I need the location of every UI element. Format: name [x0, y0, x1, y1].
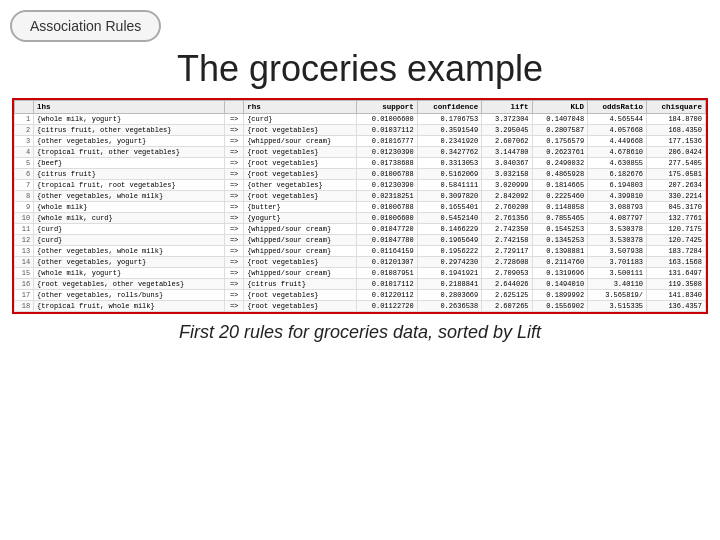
table-cell: 0.2974230 — [417, 257, 481, 268]
table-cell: => — [225, 301, 244, 312]
table-cell: 0.01122720 — [356, 301, 417, 312]
table-cell: => — [225, 147, 244, 158]
col-chisquare: chisquare — [647, 101, 706, 114]
table-row: 11{curd}=>{whipped/sour cream}0.01047720… — [15, 224, 706, 235]
table-cell: => — [225, 180, 244, 191]
table-cell: 0.2807587 — [532, 125, 588, 136]
table-cell: => — [225, 257, 244, 268]
table-row: 9{whole milk}=>{butter}0.010067880.16554… — [15, 202, 706, 213]
table-cell: 7 — [15, 180, 34, 191]
table-cell: 17 — [15, 290, 34, 301]
table-cell: 3.144780 — [482, 147, 532, 158]
table-cell: {citrus fruit, other vegetables} — [34, 125, 225, 136]
table-cell: 2.728608 — [482, 257, 532, 268]
table-cell: 119.3508 — [647, 279, 706, 290]
badge-label: Association Rules — [10, 10, 161, 42]
table-cell: 4.678610 — [588, 147, 647, 158]
table-cell: 6.182676 — [588, 169, 647, 180]
table-cell: 2.644026 — [482, 279, 532, 290]
col-oddsratio: oddsRatio — [588, 101, 647, 114]
table-cell: 0.3591549 — [417, 125, 481, 136]
table-cell: 16 — [15, 279, 34, 290]
table-cell: {citrus fruit} — [244, 279, 357, 290]
table-cell: 0.01006600 — [356, 213, 417, 224]
col-lhs: lhs — [34, 101, 225, 114]
table-cell: 0.1398881 — [532, 246, 588, 257]
table-cell: 131.6497 — [647, 268, 706, 279]
table-cell: 15 — [15, 268, 34, 279]
table-cell: {beef} — [34, 158, 225, 169]
table-cell: 0.01738688 — [356, 158, 417, 169]
table-cell: => — [225, 268, 244, 279]
table-cell: 0.2803669 — [417, 290, 481, 301]
table-cell: 1 — [15, 114, 34, 125]
table-cell: 0.01006600 — [356, 114, 417, 125]
table-cell: 184.8700 — [647, 114, 706, 125]
table-cell: {other vegetables, whole milk} — [34, 191, 225, 202]
table-cell: 2.842092 — [482, 191, 532, 202]
table-cell: 0.01230390 — [356, 180, 417, 191]
table-cell: 0.2636538 — [417, 301, 481, 312]
table-cell: 3.372304 — [482, 114, 532, 125]
table-cell: {whipped/sour cream} — [244, 268, 357, 279]
table-cell: {root vegetables} — [244, 191, 357, 202]
table-cell: 8 — [15, 191, 34, 202]
col-support: support — [356, 101, 417, 114]
table-cell: 0.1494010 — [532, 279, 588, 290]
table-cell: {other vegetables} — [244, 180, 357, 191]
table-cell: 0.01006788 — [356, 169, 417, 180]
table-cell: 0.5452140 — [417, 213, 481, 224]
table-cell: 141.8340 — [647, 290, 706, 301]
table-cell: => — [225, 114, 244, 125]
table-cell: 3.565819/ — [588, 290, 647, 301]
col-lift: lift — [482, 101, 532, 114]
table-cell: 120.7425 — [647, 235, 706, 246]
table-cell: 4 — [15, 147, 34, 158]
table-cell: 5 — [15, 158, 34, 169]
table-cell: 3.515335 — [588, 301, 647, 312]
table-row: 5{beef}=>{root vegetables}0.017386880.33… — [15, 158, 706, 169]
table-cell: 2.729117 — [482, 246, 532, 257]
table-cell: 0.01164159 — [356, 246, 417, 257]
table-cell: 2.760200 — [482, 202, 532, 213]
table-cell: => — [225, 279, 244, 290]
main-title: The groceries example — [0, 48, 720, 90]
table-cell: 0.4865928 — [532, 169, 588, 180]
table-cell: {yogurt} — [244, 213, 357, 224]
table-cell: {root vegetables} — [244, 158, 357, 169]
table-cell: 9 — [15, 202, 34, 213]
col-confidence: confidence — [417, 101, 481, 114]
table-header-row: lhs rhs support confidence lift KLD odds… — [15, 101, 706, 114]
footer-caption: First 20 rules for groceries data, sorte… — [0, 322, 720, 343]
table-cell: {whipped/sour cream} — [244, 136, 357, 147]
table-cell: {whipped/sour cream} — [244, 235, 357, 246]
table-cell: {tropical fruit, whole milk} — [34, 301, 225, 312]
table-row: 10{whole milk, curd}=>{yogurt}0.01006600… — [15, 213, 706, 224]
table-cell: 0.3097820 — [417, 191, 481, 202]
table-cell: => — [225, 290, 244, 301]
table-row: 18{tropical fruit, whole milk}=>{root ve… — [15, 301, 706, 312]
table-cell: 2.607062 — [482, 136, 532, 147]
table-cell: 3.020999 — [482, 180, 532, 191]
table-cell: 0.1899992 — [532, 290, 588, 301]
table-cell: 3.530378 — [588, 235, 647, 246]
table-cell: 0.7855465 — [532, 213, 588, 224]
table-cell: 2.625125 — [482, 290, 532, 301]
table-cell: 0.1965649 — [417, 235, 481, 246]
table-cell: {root vegetables} — [244, 147, 357, 158]
table-cell: 0.1941921 — [417, 268, 481, 279]
table-cell: 0.2114760 — [532, 257, 588, 268]
table-row: 1{whole milk, yogurt}=>{curd}0.010066000… — [15, 114, 706, 125]
table-cell: 277.5405 — [647, 158, 706, 169]
table-cell: 0.1319696 — [532, 268, 588, 279]
table-cell: 4.057668 — [588, 125, 647, 136]
table-cell: {whipped/sour cream} — [244, 246, 357, 257]
table-cell: 0.2225460 — [532, 191, 588, 202]
table-cell: 0.1148858 — [532, 202, 588, 213]
table-cell: => — [225, 235, 244, 246]
col-arrow — [225, 101, 244, 114]
table-row: 6{citrus fruit}=>{root vegetables}0.0100… — [15, 169, 706, 180]
table-cell: => — [225, 169, 244, 180]
table-cell: 0.01017112 — [356, 279, 417, 290]
table-cell: {curd} — [244, 114, 357, 125]
